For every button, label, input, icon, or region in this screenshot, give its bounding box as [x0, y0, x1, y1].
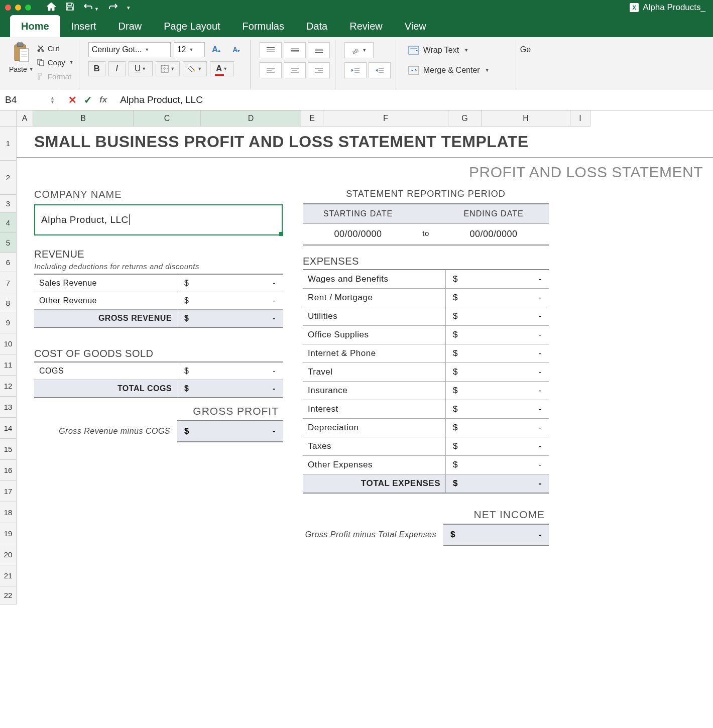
increase-indent-button[interactable]: [369, 62, 391, 78]
close-window-icon[interactable]: [5, 5, 11, 11]
row-header-9[interactable]: 9: [0, 312, 17, 333]
tab-home[interactable]: Home: [10, 15, 60, 37]
table-row[interactable]: Insurance$-: [303, 382, 549, 400]
minimize-window-icon[interactable]: [15, 5, 21, 11]
column-header-C[interactable]: C: [134, 110, 201, 126]
row-header-12[interactable]: 12: [0, 376, 17, 397]
row-header-21[interactable]: 21: [0, 565, 17, 586]
align-center-button[interactable]: [284, 62, 306, 78]
redo-icon[interactable]: [108, 3, 118, 13]
save-icon[interactable]: [65, 2, 74, 14]
select-all-corner[interactable]: [0, 110, 17, 127]
italic-button[interactable]: I: [108, 61, 126, 76]
table-row[interactable]: Sales Revenue$-: [34, 275, 283, 292]
copy-button[interactable]: Copy▼: [37, 56, 74, 68]
font-name-select[interactable]: Century Got...▼: [88, 42, 171, 57]
table-row[interactable]: Other Expenses$-: [303, 456, 549, 474]
column-header-G[interactable]: G: [448, 110, 482, 126]
merge-center-button[interactable]: Merge & Center▼: [405, 62, 511, 78]
column-header-E[interactable]: E: [301, 110, 323, 126]
row-header-11[interactable]: 11: [0, 354, 17, 376]
column-header-B[interactable]: B: [33, 110, 134, 126]
total-cogs-row[interactable]: TOTAL COGS$-: [34, 380, 283, 397]
row-header-10[interactable]: 10: [0, 333, 17, 354]
align-right-button[interactable]: [308, 62, 330, 78]
decrease-indent-button[interactable]: [344, 62, 367, 78]
format-painter-button[interactable]: Format: [37, 70, 74, 82]
name-box-stepper[interactable]: ▲▼: [50, 96, 55, 104]
fill-color-button[interactable]: ▼: [183, 61, 207, 76]
tab-view[interactable]: View: [394, 15, 437, 37]
table-row[interactable]: Depreciation$-: [303, 419, 549, 437]
font-color-button[interactable]: A▼: [210, 61, 234, 76]
row-header-13[interactable]: 13: [0, 397, 17, 418]
tab-page-layout[interactable]: Page Layout: [153, 15, 231, 37]
align-bottom-button[interactable]: [308, 42, 330, 58]
column-header-F[interactable]: F: [323, 110, 448, 126]
font-size-select[interactable]: 12▼: [174, 42, 205, 57]
row-header-20[interactable]: 20: [0, 544, 17, 565]
starting-date-value[interactable]: 00/00/0000: [303, 224, 413, 245]
undo-icon[interactable]: ▼: [83, 3, 99, 13]
wrap-text-button[interactable]: Wrap Text▼: [405, 42, 511, 58]
column-header-D[interactable]: D: [201, 110, 301, 126]
table-row[interactable]: Utilities$-: [303, 307, 549, 326]
table-row[interactable]: Wages and Benefits$-: [303, 270, 549, 289]
table-row[interactable]: Taxes$-: [303, 437, 549, 456]
bold-button[interactable]: B: [88, 61, 105, 76]
table-row[interactable]: Travel$-: [303, 363, 549, 382]
paste-button[interactable]: Paste▼: [9, 40, 34, 89]
table-row[interactable]: Office Supplies$-: [303, 326, 549, 344]
home-icon[interactable]: [46, 2, 56, 14]
grid-area[interactable]: SMALL BUSINESS PROFIT AND LOSS STATEMENT…: [17, 127, 713, 604]
underline-button[interactable]: U▼: [129, 61, 153, 76]
row-header-22[interactable]: 22: [0, 586, 17, 604]
gross-revenue-row[interactable]: GROSS REVENUE$-: [34, 310, 283, 327]
increase-font-size-button[interactable]: A▴: [208, 42, 225, 57]
column-header-A[interactable]: A: [17, 110, 33, 126]
row-header-15[interactable]: 15: [0, 439, 17, 460]
column-header-H[interactable]: H: [482, 110, 570, 126]
row-header-19[interactable]: 19: [0, 523, 17, 544]
tab-review[interactable]: Review: [338, 15, 394, 37]
cancel-edit-button[interactable]: ✕: [68, 94, 77, 106]
borders-button[interactable]: ▼: [156, 61, 180, 76]
total-expenses-row[interactable]: TOTAL EXPENSES$-: [303, 474, 549, 493]
name-box[interactable]: B4 ▲▼: [0, 89, 60, 110]
row-header-8[interactable]: 8: [0, 294, 17, 312]
row-header-7[interactable]: 7: [0, 272, 17, 294]
fx-button[interactable]: fx: [99, 95, 107, 105]
column-header-I[interactable]: I: [570, 110, 590, 126]
align-left-button[interactable]: [260, 62, 282, 78]
row-header-2[interactable]: 2: [0, 161, 17, 195]
formula-input[interactable]: Alpha Product, LLC: [115, 94, 713, 105]
table-row[interactable]: Interest$-: [303, 400, 549, 419]
row-header-1[interactable]: 1: [0, 127, 17, 161]
row-header-6[interactable]: 6: [0, 253, 17, 272]
table-row[interactable]: Rent / Mortgage$-: [303, 289, 549, 307]
tab-draw[interactable]: Draw: [107, 15, 153, 37]
align-top-button[interactable]: [260, 42, 282, 58]
row-header-17[interactable]: 17: [0, 481, 17, 502]
table-row[interactable]: COGS$-: [34, 362, 283, 380]
row-header-3[interactable]: 3: [0, 195, 17, 213]
orientation-button[interactable]: ab▼: [344, 42, 374, 58]
row-header-5[interactable]: 5: [0, 233, 17, 253]
row-header-4[interactable]: 4: [0, 213, 17, 233]
confirm-edit-button[interactable]: ✓: [84, 94, 92, 106]
row-header-16[interactable]: 16: [0, 460, 17, 481]
gross-profit-value[interactable]: $-: [177, 420, 283, 442]
row-header-14[interactable]: 14: [0, 418, 17, 439]
net-income-value[interactable]: $-: [443, 524, 549, 546]
tab-data[interactable]: Data: [295, 15, 338, 37]
decrease-font-size-button[interactable]: A▾: [228, 42, 245, 57]
ending-date-value[interactable]: 00/00/0000: [438, 224, 549, 245]
align-middle-button[interactable]: [284, 42, 306, 58]
table-row[interactable]: Internet & Phone$-: [303, 344, 549, 363]
maximize-window-icon[interactable]: [25, 5, 31, 11]
cut-button[interactable]: Cut: [37, 42, 74, 54]
customize-qat-icon[interactable]: ▾: [127, 5, 130, 11]
tab-formulas[interactable]: Formulas: [231, 15, 295, 37]
tab-insert[interactable]: Insert: [60, 15, 107, 37]
row-header-18[interactable]: 18: [0, 502, 17, 523]
